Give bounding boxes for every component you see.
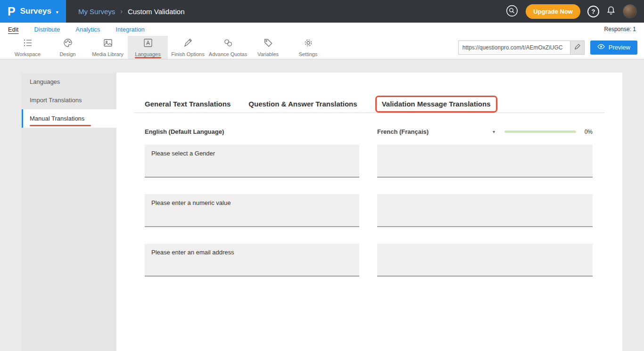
toolbar-item-label: Advance Quotas	[209, 51, 247, 57]
edit-toolbar: Workspace Design Media Library Languages…	[0, 36, 644, 59]
source-language-label: English (Default Language)	[145, 128, 359, 135]
eye-icon	[597, 44, 605, 51]
tab-validation-message-translations[interactable]: Validation Message Translations	[382, 100, 491, 108]
breadcrumb-separator-icon: ›	[120, 8, 123, 15]
target-text-input-numeric[interactable]	[377, 194, 593, 227]
language-header-row: English (Default Language) French (Franç…	[145, 128, 594, 135]
toolbar-item-variables[interactable]: Variables	[248, 36, 288, 59]
toolbar-right: Preview	[458, 36, 644, 59]
search-icon	[505, 4, 519, 19]
brand-label: Surveys	[20, 7, 51, 16]
settings-icon	[303, 38, 314, 50]
edit-url-button[interactable]	[570, 41, 584, 54]
finish-options-icon	[183, 38, 193, 50]
toolbar-item-label: Variables	[257, 51, 279, 57]
upgrade-now-button[interactable]: Upgrade Now	[526, 4, 580, 19]
red-annotation-underline	[135, 57, 161, 58]
preview-label: Preview	[609, 44, 630, 51]
target-text-input-email[interactable]	[377, 244, 593, 277]
toolbar-item-media-library[interactable]: Media Library	[88, 36, 128, 59]
question-mark-icon: ?	[592, 8, 595, 15]
main-content: Languages Import Translations Manual Tra…	[0, 59, 644, 351]
tab-distribute[interactable]: Distribute	[34, 26, 60, 33]
topbar-actions: Upgrade Now ?	[505, 4, 644, 19]
target-text-input-gender[interactable]	[377, 145, 593, 178]
translations-tabs: General Text Translations Question & Ans…	[134, 95, 604, 113]
sidebar-item-import-translations[interactable]: Import Translations	[22, 91, 116, 109]
help-button[interactable]: ?	[587, 6, 599, 17]
translation-progress-bar	[504, 131, 576, 133]
breadcrumb-current: Custom Validation	[128, 8, 185, 16]
target-language-select[interactable]: French (Français) ▾	[377, 128, 495, 135]
topbar: P Surveys ▾ My Surveys › Custom Validati…	[0, 0, 644, 23]
survey-section-nav: Edit Distribute Analytics Integration Re…	[0, 23, 644, 36]
toolbar-item-label: Design	[59, 51, 75, 57]
toolbar-item-label: Workspace	[15, 51, 41, 57]
toolbar-item-label: Media Library	[92, 51, 124, 57]
questionpro-logo-icon: P	[8, 6, 16, 17]
sidebar-item-label: Import Translations	[30, 97, 82, 104]
translation-row: Please enter an email address	[145, 244, 594, 277]
search-button[interactable]	[505, 4, 519, 19]
bell-icon	[606, 6, 616, 17]
tab-integration[interactable]: Integration	[116, 26, 144, 33]
response-count[interactable]: Response: 1	[604, 26, 636, 33]
advance-quotas-icon	[223, 38, 233, 50]
chevron-down-icon: ▾	[56, 9, 58, 15]
languages-icon	[143, 38, 153, 50]
toolbar-item-advance-quotas[interactable]: Advance Quotas	[208, 36, 248, 59]
toolbar-item-settings[interactable]: Settings	[288, 36, 328, 59]
languages-sidebar: Languages Import Translations Manual Tra…	[22, 73, 116, 351]
breadcrumb-my-surveys[interactable]: My Surveys	[78, 8, 115, 16]
tab-analytics[interactable]: Analytics	[75, 26, 100, 33]
toolbar-item-finish-options[interactable]: Finish Options	[168, 36, 208, 59]
toolbar-item-design[interactable]: Design	[48, 36, 88, 59]
tab-question-answer-translations[interactable]: Question & Answer Translations	[248, 100, 357, 108]
workspace-icon	[23, 38, 33, 50]
tab-edit[interactable]: Edit	[8, 26, 18, 33]
source-text-numeric: Please enter a numeric value	[145, 194, 359, 227]
source-text-gender: Please select a Gender	[145, 145, 359, 178]
sidebar-item-languages[interactable]: Languages	[22, 73, 116, 91]
notifications-button[interactable]	[606, 6, 616, 17]
target-language-value: French (Français)	[377, 128, 429, 135]
media-library-icon	[103, 38, 113, 50]
toolbar-item-label: Settings	[299, 51, 318, 57]
survey-url-input[interactable]	[459, 41, 570, 54]
sidebar-item-manual-translations[interactable]: Manual Translations	[22, 109, 116, 128]
survey-url-box	[458, 41, 585, 55]
chevron-down-icon: ▾	[493, 129, 495, 134]
translations-panel: General Text Translations Question & Ans…	[116, 73, 622, 351]
toolbar-item-languages[interactable]: Languages	[128, 36, 168, 59]
brand-menu[interactable]: P Surveys ▾	[0, 0, 66, 23]
toolbar-item-label: Languages	[135, 51, 160, 57]
sidebar-item-label: Manual Translations	[30, 115, 84, 122]
toolbar-item-workspace[interactable]: Workspace	[8, 36, 48, 59]
red-annotation-underline	[30, 125, 91, 126]
translation-row: Please select a Gender	[145, 145, 594, 178]
sidebar-item-label: Languages	[30, 78, 60, 85]
variables-icon	[263, 38, 273, 50]
tab-general-text-translations[interactable]: General Text Translations	[145, 100, 231, 108]
translation-progress-percent: 0%	[585, 129, 593, 135]
toolbar-item-label: Finish Options	[171, 51, 204, 57]
design-icon	[63, 38, 73, 50]
preview-button[interactable]: Preview	[590, 41, 637, 55]
red-annotation-box: Validation Message Translations	[375, 96, 497, 113]
avatar[interactable]	[623, 4, 637, 18]
source-text-email: Please enter an email address	[145, 244, 359, 277]
translation-row: Please enter a numeric value	[145, 194, 594, 227]
target-language-header: French (Français) ▾ 0%	[377, 128, 593, 135]
breadcrumb: My Surveys › Custom Validation	[78, 8, 185, 16]
translation-rows: Please select a Gender Please enter a nu…	[145, 145, 594, 277]
pencil-icon	[574, 44, 580, 51]
